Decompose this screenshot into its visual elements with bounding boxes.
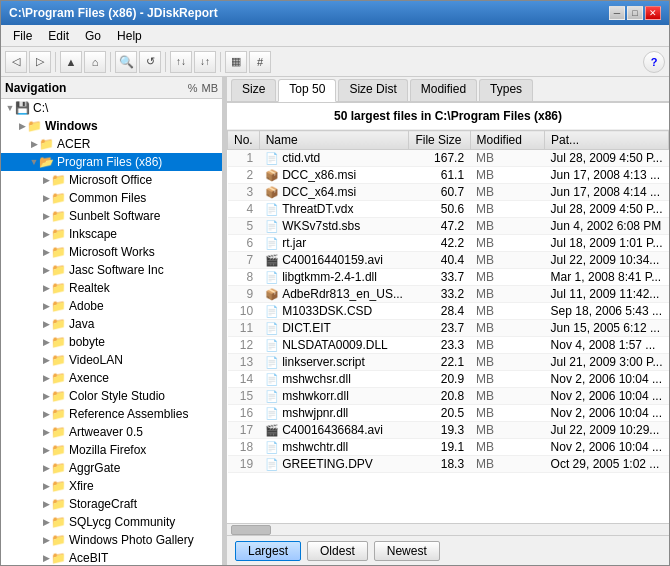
table-row[interactable]: 12 📄NLSDATA0009.DLL 23.3 MB Nov 4, 2008 … — [228, 337, 669, 354]
col-no[interactable]: No. — [228, 131, 260, 150]
tree-item-aggrgate[interactable]: ▶ 📁 AggrGate — [1, 459, 222, 477]
tree-item-artweaver[interactable]: ▶ 📁 Artweaver 0.5 — [1, 423, 222, 441]
table-row[interactable]: 1 📄ctid.vtd 167.2 MB Jul 28, 2009 4:50 P… — [228, 150, 669, 167]
tree-toggle-c[interactable]: ▼ — [5, 103, 15, 113]
file-table-container[interactable]: No. Name File Size Modified Pat... 1 📄ct… — [227, 130, 669, 523]
table-row[interactable]: 10 📄M1033DSK.CSD 28.4 MB Sep 18, 2006 5:… — [228, 303, 669, 320]
tree-toggle-cs[interactable]: ▶ — [41, 391, 51, 401]
tree-toggle-ff[interactable]: ▶ — [41, 445, 51, 455]
tree-item-firefox[interactable]: ▶ 📁 Mozilla Firefox — [1, 441, 222, 459]
refresh-button[interactable]: ↺ — [139, 51, 161, 73]
tree-item-windows[interactable]: ▶ 📁 Windows — [1, 117, 222, 135]
tree-item-ms-works[interactable]: ▶ 📁 Microsoft Works — [1, 243, 222, 261]
menu-edit[interactable]: Edit — [40, 27, 77, 45]
tree-item-c-drive[interactable]: ▼ 💾 C:\ — [1, 99, 222, 117]
col-path[interactable]: Pat... — [545, 131, 669, 150]
home-button[interactable]: ⌂ — [84, 51, 106, 73]
tree-toggle-ab[interactable]: ▶ — [41, 553, 51, 563]
tree-toggle-rt[interactable]: ▶ — [41, 283, 51, 293]
tree-toggle-adobe[interactable]: ▶ — [41, 301, 51, 311]
col-size[interactable]: File Size — [409, 131, 470, 150]
tree-item-videolan[interactable]: ▶ 📁 VideoLAN — [1, 351, 222, 369]
table-row[interactable]: 9 📦AdbeRdr813_en_US... 33.2 MB Jul 11, 2… — [228, 286, 669, 303]
tree-item-inkscape[interactable]: ▶ 📁 Inkscape — [1, 225, 222, 243]
table-row[interactable]: 14 📄mshwchsr.dll 20.9 MB Nov 2, 2006 10:… — [228, 371, 669, 388]
tree-item-xfire[interactable]: ▶ 📁 Xfire — [1, 477, 222, 495]
tree-toggle-java[interactable]: ▶ — [41, 319, 51, 329]
menu-file[interactable]: File — [5, 27, 40, 45]
table-row[interactable]: 8 📄libgtkmm-2.4-1.dll 33.7 MB Mar 1, 200… — [228, 269, 669, 286]
table-row[interactable]: 15 📄mshwkorr.dll 20.8 MB Nov 2, 2006 10:… — [228, 388, 669, 405]
menu-go[interactable]: Go — [77, 27, 109, 45]
forward-button[interactable]: ▷ — [29, 51, 51, 73]
newest-button[interactable]: Newest — [374, 541, 440, 561]
tab-top50[interactable]: Top 50 — [278, 79, 336, 102]
help-button[interactable]: ? — [643, 51, 665, 73]
h-scrollbar[interactable] — [227, 523, 669, 535]
sort-asc-button[interactable]: ↑↓ — [170, 51, 192, 73]
table-row[interactable]: 16 📄mshwjpnr.dll 20.5 MB Nov 2, 2006 10:… — [228, 405, 669, 422]
tree-toggle-sc[interactable]: ▶ — [41, 499, 51, 509]
table-row[interactable]: 5 📄WKSv7std.sbs 47.2 MB Jun 4, 2002 6:08… — [228, 218, 669, 235]
nav-tree[interactable]: ▼ 💾 C:\ ▶ 📁 Windows ▶ 📁 ACER — [1, 99, 222, 565]
tree-item-program-files[interactable]: ▼ 📂 Program Files (x86) — [1, 153, 222, 171]
h-scrollbar-thumb[interactable] — [231, 525, 271, 535]
tree-item-ms-office[interactable]: ▶ 📁 Microsoft Office — [1, 171, 222, 189]
tab-modified[interactable]: Modified — [410, 79, 477, 101]
tree-item-win-photo[interactable]: ▶ 📁 Windows Photo Gallery — [1, 531, 222, 549]
tree-toggle-jasc[interactable]: ▶ — [41, 265, 51, 275]
table-row[interactable]: 13 📄linkserver.script 22.1 MB Jul 21, 20… — [228, 354, 669, 371]
tree-item-color-style[interactable]: ▶ 📁 Color Style Studio — [1, 387, 222, 405]
tree-item-axence[interactable]: ▶ 📁 Axence — [1, 369, 222, 387]
tab-sizedist[interactable]: Size Dist — [338, 79, 407, 101]
tree-toggle-ag[interactable]: ▶ — [41, 463, 51, 473]
tree-item-common-files[interactable]: ▶ 📁 Common Files — [1, 189, 222, 207]
tree-toggle-bb[interactable]: ▶ — [41, 337, 51, 347]
col-name[interactable]: Name — [259, 131, 409, 150]
search-button[interactable]: 🔍 — [115, 51, 137, 73]
minimize-button[interactable]: ─ — [609, 6, 625, 20]
tree-toggle-sql[interactable]: ▶ — [41, 517, 51, 527]
tree-toggle-vl[interactable]: ▶ — [41, 355, 51, 365]
tree-item-adobe[interactable]: ▶ 📁 Adobe — [1, 297, 222, 315]
pct-label[interactable]: % — [188, 82, 198, 94]
tree-toggle-ax[interactable]: ▶ — [41, 373, 51, 383]
tree-item-acer[interactable]: ▶ 📁 ACER — [1, 135, 222, 153]
tree-toggle-ink[interactable]: ▶ — [41, 229, 51, 239]
table-row[interactable]: 19 📄GREETING.DPV 18.3 MB Oct 29, 2005 1:… — [228, 456, 669, 473]
tree-toggle-ra[interactable]: ▶ — [41, 409, 51, 419]
tree-toggle-sb[interactable]: ▶ — [41, 211, 51, 221]
sort-desc-button[interactable]: ↓↑ — [194, 51, 216, 73]
tree-toggle-aw[interactable]: ▶ — [41, 427, 51, 437]
table-row[interactable]: 3 📦DCC_x64.msi 60.7 MB Jun 17, 2008 4:14… — [228, 184, 669, 201]
tree-item-acebit[interactable]: ▶ 📁 AceBIT — [1, 549, 222, 565]
tree-toggle-acer[interactable]: ▶ — [29, 139, 39, 149]
table-row[interactable]: 11 📄DICT.EIT 23.7 MB Jun 15, 2005 6:12 .… — [228, 320, 669, 337]
tree-item-bobyte[interactable]: ▶ 📁 bobyte — [1, 333, 222, 351]
tree-item-ref-assemblies[interactable]: ▶ 📁 Reference Assemblies — [1, 405, 222, 423]
tree-toggle-xf[interactable]: ▶ — [41, 481, 51, 491]
tree-item-sqlycg[interactable]: ▶ 📁 SQLycg Community — [1, 513, 222, 531]
table-row[interactable]: 4 📄ThreatDT.vdx 50.6 MB Jul 28, 2009 4:5… — [228, 201, 669, 218]
table-row[interactable]: 2 📦DCC_x86.msi 61.1 MB Jun 17, 2008 4:13… — [228, 167, 669, 184]
menu-help[interactable]: Help — [109, 27, 150, 45]
oldest-button[interactable]: Oldest — [307, 541, 368, 561]
up-button[interactable]: ▲ — [60, 51, 82, 73]
largest-button[interactable]: Largest — [235, 541, 301, 561]
back-button[interactable]: ◁ — [5, 51, 27, 73]
tree-toggle-wp[interactable]: ▶ — [41, 535, 51, 545]
tree-item-jasc[interactable]: ▶ 📁 Jasc Software Inc — [1, 261, 222, 279]
tree-toggle-windows[interactable]: ▶ — [17, 121, 27, 131]
col-modified[interactable]: Modified — [470, 131, 545, 150]
view-grid-button[interactable]: ▦ — [225, 51, 247, 73]
tree-toggle-mso[interactable]: ▶ — [41, 175, 51, 185]
tree-item-realtek[interactable]: ▶ 📁 Realtek — [1, 279, 222, 297]
tree-toggle-cf[interactable]: ▶ — [41, 193, 51, 203]
maximize-button[interactable]: □ — [627, 6, 643, 20]
table-row[interactable]: 7 🎬C40016440159.avi 40.4 MB Jul 22, 2009… — [228, 252, 669, 269]
tree-toggle-msw[interactable]: ▶ — [41, 247, 51, 257]
mb-label[interactable]: MB — [202, 82, 219, 94]
tree-item-storagecraft[interactable]: ▶ 📁 StorageCraft — [1, 495, 222, 513]
table-row[interactable]: 6 📄rt.jar 42.2 MB Jul 18, 2009 1:01 P... — [228, 235, 669, 252]
tab-size[interactable]: Size — [231, 79, 276, 101]
